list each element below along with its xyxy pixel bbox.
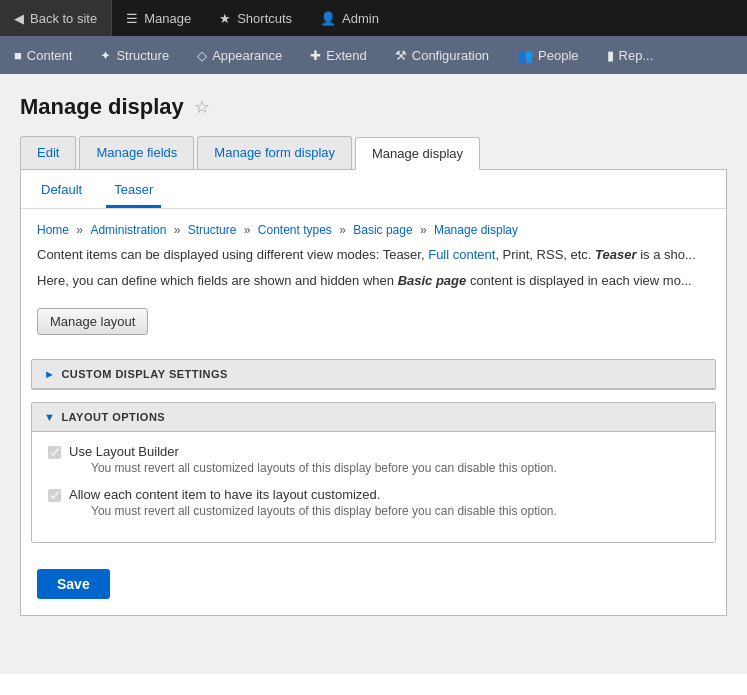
layout-options-header[interactable]: ▼ LAYOUT OPTIONS	[32, 403, 715, 432]
menu-icon: ☰	[126, 11, 138, 26]
manage-layout-button[interactable]: Manage layout	[37, 308, 148, 335]
nav-structure[interactable]: ✦ Structure	[86, 36, 183, 74]
appearance-icon: ◇	[197, 48, 207, 63]
favorite-star-icon[interactable]: ☆	[194, 96, 210, 118]
nav-reports[interactable]: ▮ Rep...	[593, 36, 668, 74]
checkbox-row-2: Allow each content item to have its layo…	[48, 487, 699, 518]
tab-manage-display[interactable]: Manage display	[355, 137, 480, 170]
back-to-site-label: Back to site	[30, 11, 97, 26]
description-line1: Content items can be displayed using dif…	[21, 245, 726, 271]
accordion-arrow-right-icon: ►	[44, 368, 55, 380]
breadcrumb-content-types[interactable]: Content types	[258, 223, 332, 237]
nav-appearance[interactable]: ◇ Appearance	[183, 36, 296, 74]
save-button[interactable]: Save	[37, 569, 110, 599]
checkbox-row-1: Use Layout Builder You must revert all c…	[48, 444, 699, 475]
secondary-nav: ■ Content ✦ Structure ◇ Appearance ✚ Ext…	[0, 36, 747, 74]
custom-display-settings-label: CUSTOM DISPLAY SETTINGS	[61, 368, 228, 380]
back-arrow-icon: ◀	[14, 11, 24, 26]
person-icon: 👤	[320, 11, 336, 26]
use-layout-builder-description: You must revert all customized layouts o…	[91, 461, 557, 475]
reports-icon: ▮	[607, 48, 614, 63]
admin-link[interactable]: 👤 Admin	[306, 0, 393, 36]
use-layout-builder-label: Use Layout Builder	[69, 444, 179, 459]
manage-label: Manage	[144, 11, 191, 26]
breadcrumb-sep-2: »	[174, 223, 184, 237]
main-content: Manage display ☆ Edit Manage fields Mana…	[0, 74, 747, 674]
nav-content[interactable]: ■ Content	[0, 36, 86, 74]
sub-tab-teaser[interactable]: Teaser	[106, 178, 161, 208]
accordion-arrow-down-icon: ▼	[44, 411, 55, 423]
use-layout-builder-checkbox[interactable]	[48, 446, 61, 459]
breadcrumb-admin[interactable]: Administration	[90, 223, 166, 237]
people-icon: 👥	[517, 48, 533, 63]
allow-layout-customization-label: Allow each content item to have its layo…	[69, 487, 380, 502]
shortcuts-link[interactable]: ★ Shortcuts	[205, 0, 306, 36]
structure-icon: ✦	[100, 48, 111, 63]
tab-edit[interactable]: Edit	[20, 136, 76, 169]
content-area: Default Teaser Home » Administration » S…	[20, 170, 727, 616]
back-to-site-link[interactable]: ◀ Back to site	[0, 0, 112, 36]
page-title: Manage display	[20, 94, 184, 120]
breadcrumb-sep-4: »	[339, 223, 349, 237]
breadcrumb-sep-3: »	[244, 223, 254, 237]
breadcrumb-basic-page[interactable]: Basic page	[353, 223, 412, 237]
breadcrumb: Home » Administration » Structure » Cont…	[21, 209, 726, 245]
admin-bar: ◀ Back to site ☰ Manage ★ Shortcuts 👤 Ad…	[0, 0, 747, 36]
star-icon: ★	[219, 11, 231, 26]
content-icon: ■	[14, 48, 22, 63]
breadcrumb-sep-5: »	[420, 223, 430, 237]
layout-options-body: Use Layout Builder You must revert all c…	[32, 432, 715, 542]
nav-people[interactable]: 👥 People	[503, 36, 592, 74]
layout-options-section: ▼ LAYOUT OPTIONS Use Layout Builder You …	[31, 402, 716, 543]
layout-options-label: LAYOUT OPTIONS	[61, 411, 165, 423]
allow-layout-customization-description: You must revert all customized layouts o…	[91, 504, 557, 518]
nav-extend[interactable]: ✚ Extend	[296, 36, 380, 74]
allow-layout-customization-checkbox[interactable]	[48, 489, 61, 502]
page-title-row: Manage display ☆	[20, 94, 727, 120]
breadcrumb-home[interactable]: Home	[37, 223, 69, 237]
custom-display-settings-header[interactable]: ► CUSTOM DISPLAY SETTINGS	[32, 360, 715, 389]
breadcrumb-structure[interactable]: Structure	[188, 223, 237, 237]
shortcuts-label: Shortcuts	[237, 11, 292, 26]
breadcrumb-sep-1: »	[76, 223, 86, 237]
manage-link[interactable]: ☰ Manage	[112, 0, 205, 36]
extend-icon: ✚	[310, 48, 321, 63]
admin-label: Admin	[342, 11, 379, 26]
breadcrumb-manage-display[interactable]: Manage display	[434, 223, 518, 237]
nav-configuration[interactable]: ⚒ Configuration	[381, 36, 503, 74]
configuration-icon: ⚒	[395, 48, 407, 63]
tab-manage-form-display[interactable]: Manage form display	[197, 136, 352, 169]
sub-tab-default[interactable]: Default	[33, 178, 90, 208]
tabs-container: Edit Manage fields Manage form display M…	[20, 136, 727, 170]
custom-display-settings-section: ► CUSTOM DISPLAY SETTINGS	[31, 359, 716, 390]
description-line2: Here, you can define which fields are sh…	[21, 271, 726, 297]
sub-tabs: Default Teaser	[21, 170, 726, 209]
tab-manage-fields[interactable]: Manage fields	[79, 136, 194, 169]
